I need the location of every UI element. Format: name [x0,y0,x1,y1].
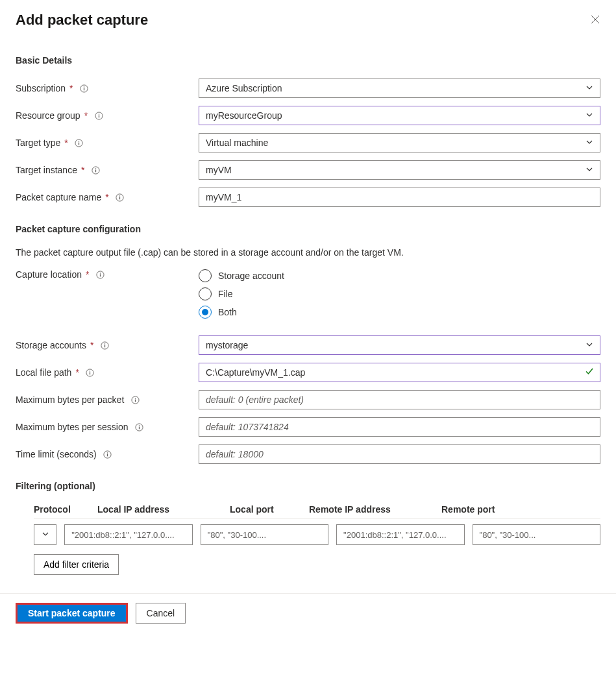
required-marker: * [90,340,93,350]
info-icon[interactable] [95,270,105,279]
resource-group-dropdown[interactable]: myResourceGroup [199,106,600,125]
header-local-ip: Local IP address [97,504,222,518]
chevron-down-icon [585,138,593,148]
radio-icon [199,306,212,319]
info-icon[interactable] [91,165,100,175]
close-button[interactable] [587,12,603,29]
start-packet-capture-button[interactable]: Start packet capture [16,603,128,624]
info-icon[interactable] [103,450,112,459]
svg-rect-4 [84,88,84,90]
subscription-dropdown[interactable]: Azure Subscription [199,79,600,98]
add-filter-button[interactable]: Add filter criteria [34,554,119,575]
svg-rect-22 [105,345,105,347]
section-filtering: Filtering (optional) [16,481,600,491]
remote-ip-input[interactable] [336,524,464,545]
required-marker: * [84,110,88,121]
required-marker: * [64,138,68,148]
svg-rect-25 [90,372,90,374]
label-resource-group: Resource group* [16,110,199,121]
svg-point-30 [139,425,140,426]
info-icon[interactable] [75,138,84,147]
info-icon[interactable] [80,84,89,93]
svg-point-21 [105,343,105,344]
storage-accounts-dropdown[interactable]: mystorage [199,335,600,355]
label-max-bytes-session: Maximum bytes per session [16,422,199,432]
svg-rect-34 [107,454,108,456]
svg-point-27 [135,398,136,398]
label-subscription: Subscription* [16,83,199,93]
chevron-down-icon [585,165,593,175]
radio-both[interactable]: Both [199,306,600,319]
time-limit-input[interactable] [199,444,600,464]
filter-row [34,524,600,545]
label-max-bytes-packet: Maximum bytes per packet [16,395,199,405]
info-icon[interactable] [130,395,140,404]
section-config: Packet capture configuration [16,224,600,234]
radio-icon [199,287,212,300]
section-basic-details: Basic Details [16,55,600,66]
max-bytes-session-input[interactable] [199,417,600,437]
svg-rect-7 [98,115,99,117]
svg-rect-19 [100,274,101,276]
svg-point-9 [79,141,79,141]
chevron-down-icon [585,110,593,121]
check-icon [585,367,594,378]
info-icon[interactable] [86,368,95,377]
info-icon[interactable] [100,341,109,350]
info-icon[interactable] [94,111,103,120]
local-ip-input[interactable] [64,524,192,545]
svg-rect-13 [95,169,96,172]
info-icon[interactable] [135,422,144,432]
label-local-file-path: Local file path* [16,367,199,378]
svg-point-3 [84,86,84,87]
svg-point-24 [90,371,90,371]
header-protocol: Protocol [34,504,90,518]
panel-title: Add packet capture [16,12,148,29]
svg-rect-31 [139,426,140,429]
filter-section: Protocol Local IP address Local port Rem… [34,504,600,575]
remote-port-input[interactable] [473,524,600,545]
svg-point-6 [98,114,99,114]
header-remote-port: Remote port [441,504,514,518]
label-capture-location: Capture location* [16,269,199,280]
max-bytes-packet-input[interactable] [199,390,600,409]
local-file-path-input[interactable] [199,363,600,382]
required-marker: * [105,192,108,202]
config-description: The packet capture output file (.cap) ca… [16,247,600,258]
radio-file[interactable]: File [199,287,600,300]
chevron-down-icon [585,340,593,350]
required-marker: * [81,165,84,175]
header-remote-ip: Remote IP address [309,504,434,518]
header-local-port: Local port [230,504,301,518]
svg-rect-28 [135,399,136,402]
required-marker: * [75,367,79,378]
svg-rect-10 [79,142,79,145]
cancel-button[interactable]: Cancel [136,603,186,624]
svg-point-12 [95,168,96,169]
protocol-dropdown[interactable] [34,524,56,545]
local-port-input[interactable] [201,524,328,545]
svg-rect-16 [119,197,120,199]
required-marker: * [69,83,73,93]
panel-header: Add packet capture [16,12,600,29]
svg-point-33 [107,452,108,453]
capture-location-radio-group: Storage account File Both [199,269,600,319]
label-target-instance: Target instance* [16,165,199,175]
panel-footer: Start packet capture Cancel [0,593,616,633]
radio-storage-account[interactable]: Storage account [199,269,600,282]
info-icon[interactable] [116,193,125,202]
svg-point-18 [100,273,101,273]
chevron-down-icon [585,83,593,93]
close-icon [590,17,600,27]
chevron-down-icon [42,529,49,541]
label-target-type: Target type* [16,138,199,148]
target-instance-dropdown[interactable]: myVM [199,160,600,180]
radio-icon [199,269,212,282]
capture-name-input[interactable] [199,188,600,207]
label-storage-accounts: Storage accounts* [16,340,199,350]
filter-header: Protocol Local IP address Local port Rem… [34,504,600,519]
svg-point-15 [119,195,120,196]
label-time-limit: Time limit (seconds) [16,449,199,459]
required-marker: * [86,269,89,280]
target-type-dropdown[interactable]: Virtual machine [199,133,600,152]
